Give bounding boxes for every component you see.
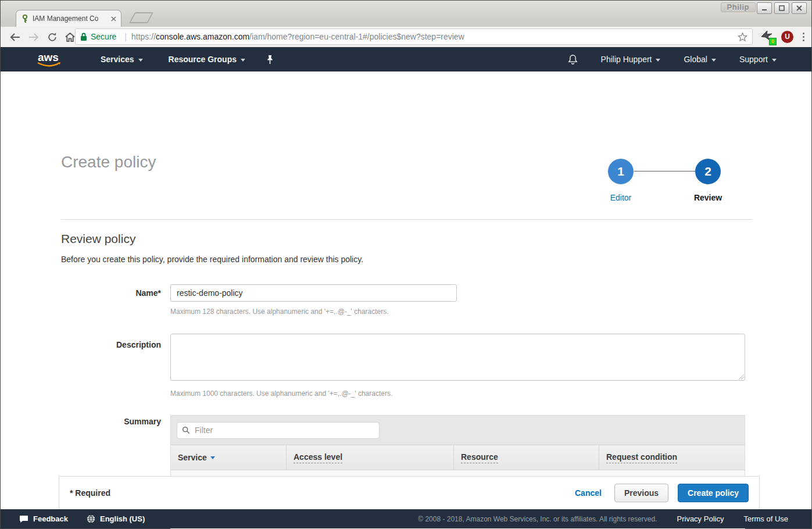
filter-band (171, 416, 745, 445)
policy-description-textarea[interactable] (170, 334, 745, 381)
step-editor-link[interactable]: Editor (586, 193, 656, 202)
cancel-button[interactable]: Cancel (575, 488, 602, 498)
nav-services[interactable]: Services (101, 55, 143, 64)
column-access-level-label: Access level (294, 452, 342, 463)
notifications-bell-icon[interactable] (568, 54, 578, 65)
browser-tab[interactable]: IAM Management Co (16, 10, 121, 27)
feedback-button[interactable]: Feedback (19, 514, 68, 523)
globe-icon (87, 514, 95, 523)
copyright-text: © 2008 - 2018, Amazon Web Services, Inc.… (418, 515, 657, 523)
step-2-circle: 2 (695, 159, 721, 184)
nav-resource-groups-label: Resource Groups (169, 55, 237, 64)
url-domain: console.aws.amazon.com (156, 32, 249, 41)
divider (61, 219, 752, 220)
language-label: English (US) (100, 514, 145, 523)
pin-icon[interactable] (266, 55, 274, 65)
section-title: Review policy (61, 232, 135, 246)
nav-resource-groups[interactable]: Resource Groups (169, 55, 245, 64)
title-bar: Philip IAM Management Co (1, 1, 811, 27)
sort-caret-icon (210, 456, 215, 459)
search-icon (182, 426, 190, 434)
aws-navbar: aws Services Resource Groups Philip Hupp… (1, 47, 811, 72)
privacy-policy-link[interactable]: Privacy Policy (677, 514, 724, 523)
column-access-level[interactable]: Access level (286, 445, 453, 470)
step-review-label: Review (673, 193, 743, 202)
url-path: /iam/home?region=eu-central-1#/policies$… (249, 32, 464, 41)
nav-region-menu[interactable]: Global (684, 55, 716, 64)
chevron-down-icon (138, 59, 143, 62)
create-policy-button[interactable]: Create policy (678, 484, 749, 502)
terms-of-use-link[interactable]: Terms of Use (743, 514, 788, 523)
url-scheme: https:// (131, 32, 156, 41)
column-resource[interactable]: Resource (453, 445, 599, 470)
column-request-condition[interactable]: Request condition (599, 445, 745, 470)
column-service[interactable]: Service (171, 445, 286, 470)
secure-lock-icon[interactable] (80, 33, 87, 41)
description-help-text: Maximum 1000 characters. Use alphanumeri… (170, 389, 392, 398)
column-request-condition-label: Request condition (606, 452, 677, 463)
chevron-down-icon (241, 59, 245, 62)
nav-region-label: Global (684, 55, 707, 64)
filter-input[interactable] (194, 425, 374, 435)
aws-logo[interactable]: aws (38, 52, 59, 67)
tab-title: IAM Management Co (33, 15, 108, 23)
section-description: Before you create this policy, provide t… (61, 255, 363, 264)
nav-services-label: Services (101, 55, 134, 64)
extension-u-icon[interactable]: U (781, 31, 793, 43)
secure-label[interactable]: Secure (91, 32, 116, 41)
reload-button[interactable] (45, 30, 60, 45)
extension-badge: 0 (769, 38, 777, 45)
filter-box[interactable] (177, 422, 380, 439)
nav-user-menu[interactable]: Philip Huppert (601, 55, 661, 64)
policy-name-input[interactable] (170, 284, 457, 302)
summary-label: Summary (61, 417, 161, 426)
step-1-circle[interactable]: 1 (608, 159, 634, 184)
feedback-label: Feedback (33, 514, 68, 523)
description-label: Description (61, 340, 161, 349)
nav-support-menu[interactable]: Support (739, 55, 777, 64)
forward-button (26, 30, 41, 45)
new-tab-button[interactable] (129, 12, 153, 23)
back-button[interactable] (8, 30, 23, 45)
feedback-bubble-icon (19, 515, 28, 523)
minimize-button[interactable] (757, 2, 772, 14)
name-help-text: Maximum 128 characters. Use alphanumeric… (170, 308, 389, 316)
window-title: Philip (721, 2, 756, 12)
maximize-button[interactable] (774, 2, 789, 14)
nav-support-label: Support (739, 55, 768, 64)
required-note: * Required (70, 488, 110, 498)
aws-footer: Feedback English (US) © 2008 - 2018, Ama… (1, 509, 811, 528)
iam-key-favicon-icon (21, 15, 29, 23)
step-connector (634, 171, 695, 171)
browser-menu-icon[interactable] (800, 33, 807, 41)
name-label: Name* (61, 288, 161, 298)
chevron-down-icon (772, 59, 777, 62)
nav-user-label: Philip Huppert (601, 55, 652, 64)
table-header: Service Access level Resource Request co… (171, 445, 745, 470)
tab-close-icon[interactable] (111, 16, 116, 22)
address-bar[interactable]: Secure | https://console.aws.amazon.com/… (75, 28, 753, 45)
url-separator: | (124, 32, 127, 41)
close-window-button[interactable] (792, 2, 807, 14)
bookmark-star-icon[interactable] (738, 32, 747, 42)
previous-button[interactable]: Previous (614, 484, 668, 502)
language-selector[interactable]: English (US) (87, 514, 145, 523)
column-service-label: Service (178, 453, 207, 462)
main-content: Create policy 1 2 Editor Review Review p… (1, 72, 811, 509)
extension-bird-icon[interactable]: 0 (760, 30, 774, 44)
column-resource-label: Resource (461, 452, 498, 463)
chevron-down-icon (656, 59, 660, 62)
action-bar: * Required Cancel Previous Create policy (59, 476, 760, 509)
chevron-down-icon (711, 59, 716, 62)
aws-smile-icon (37, 62, 61, 69)
textarea-resize-handle[interactable] (739, 374, 744, 380)
browser-window: Philip IAM Management Co (0, 0, 812, 529)
page-title: Create policy (61, 153, 156, 171)
url-text[interactable]: https://console.aws.amazon.com/iam/home?… (131, 32, 738, 41)
